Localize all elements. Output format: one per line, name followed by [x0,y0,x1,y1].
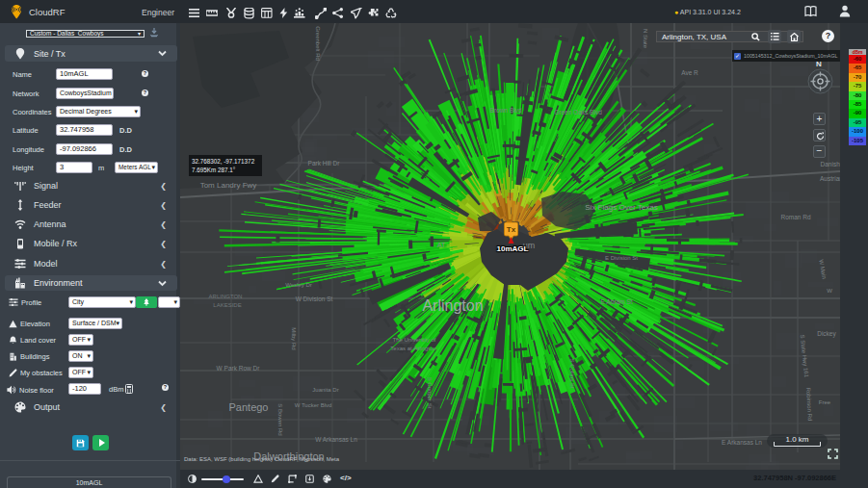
svg-text:Texas at Arlington: Texas at Arlington [390,346,435,351]
svg-text:AT: AT [437,242,446,248]
svg-text:W Park Row Dr: W Park Row Dr [217,365,261,372]
svg-text:Danish Dr: Danish Dr [821,161,840,167]
svg-text:Tx: Tx [507,225,516,234]
svg-text:S Bowen Rd: S Bowen Rd [277,403,283,435]
svg-text:Roman Rd: Roman Rd [780,214,810,220]
svg-text:LAKESIDE: LAKESIDE [213,302,241,308]
svg-text:S Collins St: S Collins St [569,358,575,388]
svg-text:Pantego: Pantego [229,401,269,413]
svg-text:ARLINGTON: ARLINGTON [209,294,243,299]
svg-text:The University of: The University of [392,337,435,343]
svg-text:W Division St: W Division St [296,295,333,302]
svg-text:S Cooper St: S Cooper St [427,377,433,409]
svg-text:W: W [827,288,832,294]
svg-text:Ave R: Ave R [681,69,698,76]
svg-text:Tom Landry Fwy: Tom Landry Fwy [200,181,257,190]
svg-text:Austrian Rd: Austrian Rd [820,175,840,182]
svg-text:Brown Blvd: Brown Blvd [490,107,522,114]
svg-text:Milby Rd: Milby Rd [291,327,297,349]
svg-text:W Arkansas Ln: W Arkansas Ln [315,436,357,443]
svg-text:N State: N State [643,29,648,49]
svg-text:W Tucker Blvd: W Tucker Blvd [295,402,332,408]
svg-text:Wesley Dr: Wesley Dr [285,282,312,288]
svg-text:E Division St: E Division St [605,255,638,261]
svg-text:Arlington: Arlington [422,297,483,314]
svg-text:Six Flags Over Texas: Six Flags Over Texas [585,203,657,212]
svg-text:Dickey: Dickey [817,330,836,338]
svg-text:Green Oaks Blvd: Green Oaks Blvd [554,109,602,116]
svg-text:Juanita Dr: Juanita Dr [312,387,338,393]
svg-text:E Abram St: E Abram St [601,298,633,305]
svg-text:Park Hill Dr: Park Hill Dr [308,160,341,167]
svg-text:E Arkansas Ln: E Arkansas Ln [722,439,762,446]
svg-text:Greenbelt Rd: Greenbelt Rd [315,26,321,61]
svg-text:Free: Free [819,399,831,405]
